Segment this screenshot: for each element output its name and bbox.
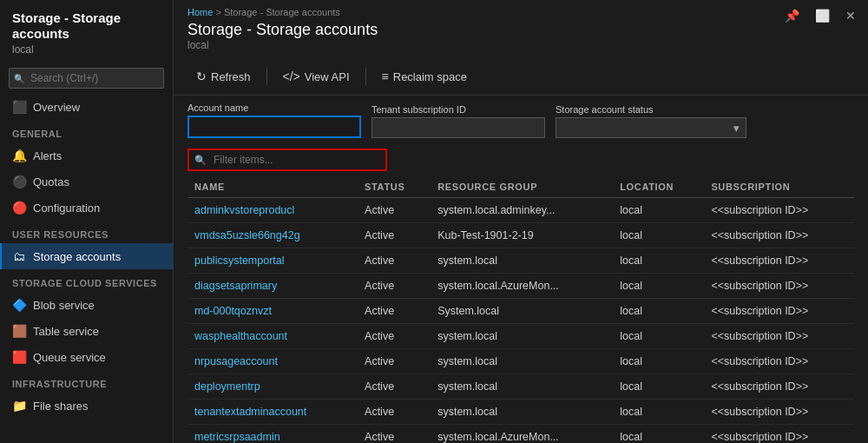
main-header: Home > Storage - Storage accounts Storag… [174,0,868,96]
restore-button[interactable]: ⬜ [810,7,835,24]
main-content: Home > Storage - Storage accounts Storag… [174,0,868,443]
refresh-button[interactable]: ↻ Refresh [187,65,260,88]
table-cell-status: Active [358,400,431,425]
table-cell-location: local [613,349,704,374]
table-cell-resource_group: system.local [431,374,613,400]
sidebar-item-quotas[interactable]: ⚫ Quotas [0,169,173,195]
sidebar-item-queue[interactable]: 🟥 Queue service [0,344,173,370]
table-cell-status: Active [358,349,431,374]
sidebar-item-queue-label: Queue service [33,351,106,364]
sidebar-nav: ⬛ Overview GENERAL 🔔 Alerts ⚫ Quotas 🔴 C… [0,94,173,443]
sidebar-item-configuration-label: Configuration [33,202,100,215]
view-api-button[interactable]: </> View API [274,65,358,88]
sidebar-item-storage-accounts[interactable]: 🗂 Storage accounts [0,243,173,269]
table-cell-name[interactable]: nrpusageaccount [187,349,358,374]
table-cell-resource_group: system.local [431,400,613,425]
configuration-icon: 🔴 [12,201,26,215]
table-cell-name[interactable]: diagsetsaprimary [187,274,358,299]
breadcrumb-current: Storage - Storage accounts [224,7,340,17]
table-cell-location: local [613,324,704,349]
storage-accounts-icon: 🗂 [12,249,26,263]
table-cell-resource_group: system.local [431,324,613,349]
table-cell-location: local [613,374,704,400]
col-name: NAME [187,176,358,198]
subscription-input[interactable] [372,117,545,138]
sidebar-item-storage-accounts-label: Storage accounts [33,250,121,263]
quotas-icon: ⚫ [12,175,26,188]
table-cell-subscription: <<subscription ID>> [704,198,854,223]
table-cell-name[interactable]: adminkvstoreproducl [187,198,358,223]
table-header: NAME STATUS RESOURCE GROUP LOCATION SUBS… [187,176,854,198]
sidebar-section-general: GENERAL [0,120,173,142]
table-cell-name[interactable]: publicsystemportal [187,248,358,274]
status-select[interactable]: Active Inactive [556,117,746,138]
sidebar-subtitle: local [12,43,161,56]
table-cell-resource_group: system.local.AzureMon... [431,425,613,444]
filter-items-input[interactable] [187,149,387,171]
sidebar-item-blob[interactable]: 🔷 Blob service [0,292,173,318]
table-row: md-000tqoznvztActiveSystem.locallocal<<s… [187,299,854,324]
table-row: tenantextadminaccountActivesystem.locall… [187,400,854,425]
filters-row: Account name Tenant subscription ID Stor… [174,96,868,145]
sidebar-item-overview[interactable]: ⬛ Overview [0,94,173,120]
col-subscription: SUBSCRIPTION [704,176,854,198]
col-status: STATUS [358,176,431,198]
table-cell-name[interactable]: deploymentrp [187,374,358,400]
table-cell-status: Active [358,198,431,223]
table-cell-subscription: <<subscription ID>> [704,349,854,374]
table-row: vmdsa5uzsle66ng42gActiveKub-Test-1901-2-… [187,223,854,248]
table-body: adminkvstoreproduclActivesystem.local.ad… [187,198,854,444]
breadcrumb-home[interactable]: Home [187,7,213,17]
table-cell-resource_group: Kub-Test-1901-2-19 [431,223,613,248]
table-cell-status: Active [358,274,431,299]
blob-icon: 🔷 [12,298,26,312]
account-name-input[interactable] [187,116,361,138]
overview-icon: ⬛ [12,100,26,114]
table-cell-subscription: <<subscription ID>> [704,425,854,444]
sidebar-search-input[interactable] [9,68,164,89]
pin-button[interactable]: 📌 [779,7,805,24]
table-cell-name[interactable]: vmdsa5uzsle66ng42g [187,223,358,248]
reclaim-space-label: Reclaim space [393,70,467,83]
table-cell-status: Active [358,223,431,248]
close-button[interactable]: ✕ [840,7,861,24]
table-cell-name[interactable]: tenantextadminaccount [187,400,358,425]
reclaim-space-button[interactable]: ≡ Reclaim space [373,65,476,88]
sidebar-item-overview-label: Overview [33,101,80,114]
table-cell-subscription: <<subscription ID>> [704,299,854,324]
table-row: deploymentrpActivesystem.locallocal<<sub… [187,374,854,400]
sidebar: Storage - Storage accounts local ⬛ Overv… [0,0,174,443]
table-wrap: NAME STATUS RESOURCE GROUP LOCATION SUBS… [174,176,868,443]
table-cell-resource_group: system.local [431,248,613,274]
status-filter: Storage account status Active Inactive [556,104,746,138]
sidebar-item-alerts[interactable]: 🔔 Alerts [0,142,173,169]
table-cell-location: local [613,299,704,324]
sidebar-item-blob-label: Blob service [33,299,95,312]
sidebar-item-file-shares[interactable]: 📁 File shares [0,393,173,419]
sidebar-item-configuration[interactable]: 🔴 Configuration [0,195,173,221]
breadcrumb: Home > Storage - Storage accounts [187,7,854,17]
table-cell-name[interactable]: wasphealthaccount [187,324,358,349]
table-cell-subscription: <<subscription ID>> [704,324,854,349]
sidebar-item-file-shares-label: File shares [33,400,89,413]
sidebar-item-table[interactable]: 🟫 Table service [0,318,173,344]
view-api-icon: </> [283,69,300,83]
table-cell-resource_group: system.local.adminkey... [431,198,613,223]
table-cell-status: Active [358,248,431,274]
table-service-icon: 🟫 [12,324,26,338]
table-row: diagsetsaprimaryActivesystem.local.Azure… [187,274,854,299]
table-cell-name[interactable]: md-000tqoznvzt [187,299,358,324]
subscription-filter: Tenant subscription ID [372,104,545,138]
table-row: adminkvstoreproduclActivesystem.local.ad… [187,198,854,223]
account-name-label: Account name [187,102,361,113]
table-cell-resource_group: system.local [431,349,613,374]
refresh-label: Refresh [211,70,251,83]
sidebar-item-quotas-label: Quotas [33,175,69,188]
sidebar-section-user-resources: USER RESOURCES [0,221,173,243]
table-cell-status: Active [358,299,431,324]
page-subtitle: local [187,39,854,51]
table-cell-location: local [613,198,704,223]
table-cell-name[interactable]: metricsrpsaadmin [187,425,358,444]
table-cell-subscription: <<subscription ID>> [704,223,854,248]
page-title: Storage - Storage accounts [187,21,854,39]
